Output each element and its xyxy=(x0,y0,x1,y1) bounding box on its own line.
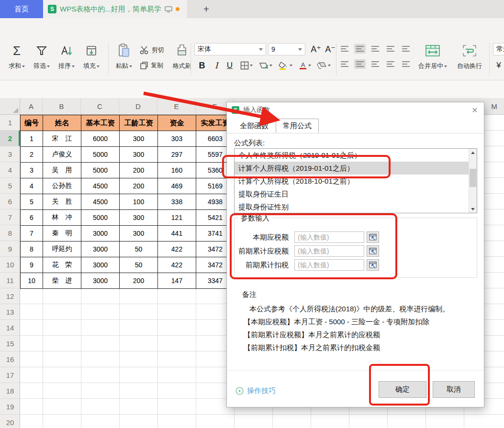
increase-indent-button[interactable] xyxy=(400,44,412,54)
table-cell[interactable]: 5 xyxy=(21,194,43,210)
justify-button[interactable] xyxy=(385,59,396,69)
align-bottom-button[interactable] xyxy=(370,44,381,54)
number-format-select[interactable]: 常规 xyxy=(493,43,504,55)
row-header[interactable]: 9 xyxy=(0,241,20,257)
eraser-button[interactable] xyxy=(315,59,332,72)
increase-font-button[interactable]: A⁺ xyxy=(309,43,323,55)
select-all-corner[interactable] xyxy=(0,98,20,115)
align-top-button[interactable] xyxy=(339,44,350,54)
ok-button[interactable]: 确定 xyxy=(379,381,426,398)
column-header[interactable]: M xyxy=(484,98,504,114)
table-cell[interactable]: 200 xyxy=(120,163,158,178)
column-header[interactable]: B xyxy=(43,98,81,114)
table-header-cell[interactable]: 基本工资 xyxy=(81,115,120,131)
table-cell[interactable]: 3 xyxy=(21,163,43,178)
table-cell[interactable]: 9 xyxy=(21,257,43,273)
bold-button[interactable]: B xyxy=(195,59,209,72)
scrollbar-thumb[interactable] xyxy=(470,169,476,187)
row-header[interactable]: 12 xyxy=(0,288,20,304)
table-cell[interactable]: 花 荣 xyxy=(43,257,81,273)
row-header[interactable]: 15 xyxy=(0,336,20,351)
table-cell[interactable]: 50 xyxy=(120,257,158,273)
new-tab-button[interactable]: + xyxy=(200,3,213,15)
draw-border-button[interactable] xyxy=(258,59,274,72)
column-header[interactable]: C xyxy=(81,98,119,114)
table-cell[interactable]: 4 xyxy=(21,178,43,194)
align-left-button[interactable] xyxy=(339,59,350,69)
sort-button[interactable]: 排序 xyxy=(55,42,78,70)
paste-button[interactable]: 粘贴 xyxy=(112,42,136,70)
tips-link[interactable]: 操作技巧 xyxy=(235,386,276,395)
row-header[interactable]: 4 xyxy=(0,162,20,178)
tab-home[interactable]: 首页 xyxy=(0,0,43,18)
column-header[interactable]: A xyxy=(20,98,43,114)
decrease-font-button[interactable]: A⁻ xyxy=(324,43,337,55)
column-header[interactable]: D xyxy=(119,98,157,114)
table-cell[interactable]: 469 xyxy=(158,178,196,194)
scroll-up-button[interactable] xyxy=(469,149,477,156)
table-header-cell[interactable]: 资金 xyxy=(158,115,196,131)
row-header[interactable]: 17 xyxy=(0,367,20,383)
formula-list-item[interactable]: 提取身份证性别 xyxy=(235,200,469,213)
row-header[interactable]: 8 xyxy=(0,225,20,241)
table-cell[interactable]: 200 xyxy=(120,273,158,289)
column-header[interactable]: E xyxy=(157,98,196,114)
table-cell[interactable]: 关 胜 xyxy=(43,194,81,210)
align-middle-button[interactable] xyxy=(354,44,366,54)
table-cell[interactable]: 5000 xyxy=(81,147,120,163)
row-header[interactable]: 18 xyxy=(0,383,20,399)
table-cell[interactable]: 3000 xyxy=(81,257,120,273)
table-cell[interactable]: 10 xyxy=(21,273,43,289)
table-header-cell[interactable]: 姓名 xyxy=(43,115,81,131)
table-cell[interactable]: 300 xyxy=(120,147,158,163)
cut-button[interactable]: 剪切 xyxy=(140,46,164,55)
table-cell[interactable]: 2 xyxy=(21,147,43,163)
font-size-select[interactable]: 9 xyxy=(268,43,305,55)
table-cell[interactable]: 卢俊义 xyxy=(43,147,81,163)
table-cell[interactable]: 422 xyxy=(158,257,196,273)
format-painter-button[interactable]: 格式刷 xyxy=(168,42,195,70)
range-picker-button[interactable] xyxy=(367,259,379,271)
table-cell[interactable]: 422 xyxy=(158,241,196,257)
font-name-select[interactable]: 宋体 xyxy=(194,43,266,55)
param-input[interactable] xyxy=(294,259,364,271)
decrease-indent-button[interactable] xyxy=(385,44,396,54)
row-header[interactable]: 13 xyxy=(0,304,20,320)
row-header[interactable]: 19 xyxy=(0,399,20,415)
fill-button[interactable]: 填充 xyxy=(79,42,103,70)
param-input[interactable] xyxy=(294,245,364,257)
table-cell[interactable]: 121 xyxy=(158,210,196,226)
row-header[interactable]: 2 xyxy=(0,131,20,146)
merge-center-button[interactable]: 合并居中 xyxy=(414,42,452,70)
table-cell[interactable]: 100 xyxy=(120,194,158,210)
table-cell[interactable]: 6 xyxy=(21,210,43,226)
table-cell[interactable]: 147 xyxy=(158,273,196,289)
table-cell[interactable]: 200 xyxy=(120,178,158,194)
table-cell[interactable]: 7 xyxy=(21,226,43,241)
formula-list-item[interactable]: 提取身份证生日 xyxy=(235,187,469,200)
row-header[interactable]: 14 xyxy=(0,320,20,336)
table-cell[interactable]: 呼延灼 xyxy=(43,241,81,257)
table-cell[interactable]: 3000 xyxy=(81,273,120,289)
range-picker-button[interactable] xyxy=(367,245,379,257)
table-cell[interactable]: 林 冲 xyxy=(43,210,81,226)
table-cell[interactable]: 50 xyxy=(120,241,158,257)
wrap-text-button[interactable]: 自动换行 xyxy=(453,42,486,70)
italic-button[interactable]: I xyxy=(210,59,223,72)
table-cell[interactable]: 6000 xyxy=(81,131,120,147)
table-cell[interactable]: 柴 进 xyxy=(43,273,81,289)
table-cell[interactable]: 5000 xyxy=(81,210,120,226)
dialog-tab[interactable]: 全部函数 xyxy=(233,119,276,133)
scroll-down-button[interactable] xyxy=(469,205,477,213)
distributed-button[interactable] xyxy=(400,59,412,69)
formula-list-item[interactable]: 计算个人所得税（2019-01-01之后） xyxy=(235,162,469,175)
table-header-cell[interactable]: 工龄工资 xyxy=(120,115,158,131)
table-cell[interactable]: 300 xyxy=(120,131,158,147)
table-cell[interactable]: 441 xyxy=(158,226,196,241)
dialog-tab[interactable]: 常用公式 xyxy=(276,119,319,133)
row-header[interactable]: 3 xyxy=(0,146,20,162)
table-cell[interactable]: 338 xyxy=(158,194,196,210)
table-cell[interactable]: 300 xyxy=(120,210,158,226)
table-cell[interactable]: 160 xyxy=(158,163,196,178)
table-cell[interactable]: 297 xyxy=(158,147,196,163)
